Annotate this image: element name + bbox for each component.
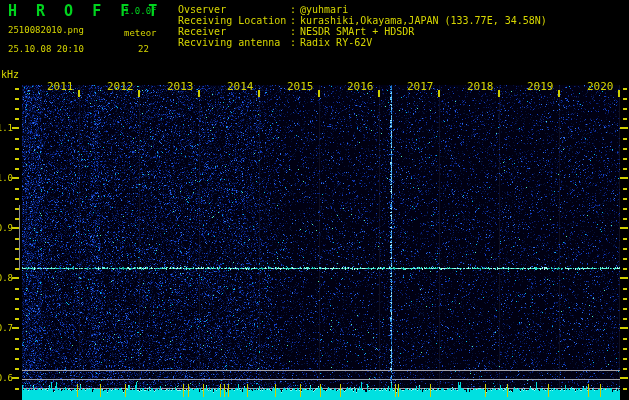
x-tick-label: 2015	[287, 80, 314, 93]
info-label: Ovserver	[178, 4, 290, 15]
x-tick-label: 2012	[107, 80, 134, 93]
info-value: @yuhmari	[300, 4, 348, 15]
meteor-count: 22	[138, 45, 149, 54]
info-label: Receiver	[178, 26, 290, 37]
station-info-block: Ovserver:@yuhmariReceiving Location:kura…	[178, 4, 547, 48]
info-value: kurashiki,Okayama,JAPAN (133.77E, 34.58N…	[300, 15, 547, 26]
mode-label: meteor	[124, 29, 157, 38]
app-version: 1.0.0f	[124, 7, 157, 16]
y-tick-label: 0.7	[0, 323, 13, 333]
station-info-row: Ovserver:@yuhmari	[178, 4, 547, 15]
x-tick-label: 2014	[227, 80, 254, 93]
x-tick-label: 2011	[47, 80, 74, 93]
info-separator: :	[290, 37, 300, 48]
x-tick-label: 2016	[347, 80, 374, 93]
info-separator: :	[290, 26, 300, 37]
x-tick-label: 2019	[527, 80, 554, 93]
info-value: NESDR SMArt + HDSDR	[300, 26, 414, 37]
x-tick-label: 2017	[407, 80, 434, 93]
spectrogram-canvas	[0, 0, 629, 400]
station-info-row: Receiving Location:kurashiki,Okayama,JAP…	[178, 15, 547, 26]
y-tick-label: 0.8	[0, 273, 13, 283]
info-separator: :	[290, 15, 300, 26]
y-tick-label: 0.6	[0, 373, 13, 383]
info-separator: :	[290, 4, 300, 15]
y-axis-unit-label: kHz	[1, 70, 19, 80]
x-tick-label: 2020	[587, 80, 614, 93]
x-tick-label: 2013	[167, 80, 194, 93]
x-tick-label: 2018	[467, 80, 494, 93]
info-label: Recviving antenna	[178, 37, 290, 48]
hrofft-window: H R O F F T 1.0.0f 2510082010.png meteor…	[0, 0, 629, 400]
date-time-label: 25.10.08 20:10	[8, 45, 84, 54]
station-info-row: Recviving antenna:Radix RY-62V	[178, 37, 547, 48]
y-tick-label: 0.9	[0, 223, 13, 233]
y-tick-label: 1.1	[0, 123, 13, 133]
info-value: Radix RY-62V	[300, 37, 372, 48]
y-tick-label: 1.0	[0, 173, 13, 183]
station-info-row: Receiver:NESDR SMArt + HDSDR	[178, 26, 547, 37]
info-label: Receiving Location	[178, 15, 290, 26]
output-filename: 2510082010.png	[8, 26, 84, 35]
